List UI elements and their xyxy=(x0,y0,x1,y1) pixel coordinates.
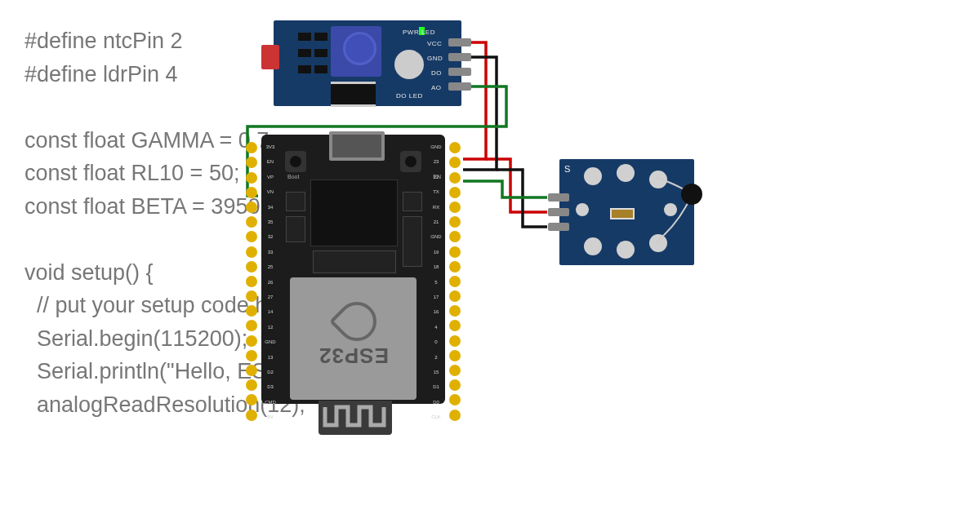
pin-label-D0: D0 xyxy=(427,400,445,405)
gpio-pin-5V[interactable] xyxy=(246,410,257,421)
pin-label-12: 12 xyxy=(261,325,279,330)
gpio-pin-27[interactable] xyxy=(246,290,257,302)
gpio-pin-35[interactable] xyxy=(246,216,257,228)
do-label: DO xyxy=(431,69,442,77)
potentiometer-knob[interactable] xyxy=(343,32,376,65)
pin-label-5V: 5V xyxy=(261,414,279,419)
gpio-pin-14[interactable] xyxy=(246,305,257,317)
gpio-pin-3V3[interactable] xyxy=(246,142,257,153)
pin-label-D2: D2 xyxy=(261,370,279,374)
ntc-pin-vcc[interactable] xyxy=(548,208,569,216)
pin-label-0: 0 xyxy=(427,339,445,344)
do-led-label: DO LED xyxy=(396,92,423,100)
gpio-pin-D2[interactable] xyxy=(246,365,257,376)
pwr-led-label: PWR LED xyxy=(403,29,435,36)
pin-label-GND: GND xyxy=(427,144,445,149)
gpio-pin-34[interactable] xyxy=(246,202,257,213)
gpio-pin-CLK[interactable] xyxy=(449,410,461,421)
gpio-pin-16[interactable] xyxy=(449,305,461,317)
ntc-pin-gnd[interactable] xyxy=(548,223,569,231)
pin-label-TX: TX xyxy=(427,189,445,194)
gpio-pin-EN[interactable] xyxy=(246,157,257,168)
gpio-pin-17[interactable] xyxy=(449,290,461,302)
gpio-pin-5[interactable] xyxy=(449,276,461,287)
gpio-pin-21[interactable] xyxy=(449,216,461,228)
boot-label: Boot xyxy=(287,174,299,179)
ntc-thermistor-module[interactable]: S xyxy=(559,159,694,265)
pin-label-GND: GND xyxy=(261,339,279,344)
pin-label-VP: VP xyxy=(261,175,279,179)
pin-label-D1: D1 xyxy=(427,384,445,389)
en-label: EN xyxy=(433,174,441,179)
pin-label-17: 17 xyxy=(427,295,445,299)
pin-label-18: 18 xyxy=(427,264,445,269)
pin-label-33: 33 xyxy=(261,250,279,255)
esp32-cpu xyxy=(310,179,398,246)
pin-label-CMD: CMD xyxy=(261,400,279,405)
gpio-pin-32[interactable] xyxy=(246,231,257,242)
gpio-pin-D0[interactable] xyxy=(449,394,461,405)
gpio-pin-25[interactable] xyxy=(246,261,257,273)
pin-label-35: 35 xyxy=(261,219,279,224)
gpio-pin-4[interactable] xyxy=(449,320,461,331)
ldr-pin-gnd[interactable] xyxy=(448,53,471,61)
pin-label-2: 2 xyxy=(427,355,445,360)
pin-label-EN: EN xyxy=(261,159,279,164)
pin-label-4: 4 xyxy=(427,325,445,330)
pin-label-21: 21 xyxy=(427,219,445,224)
ntc-pin-s[interactable] xyxy=(548,193,569,202)
boot-button[interactable] xyxy=(285,151,306,172)
pin-label-13: 13 xyxy=(261,355,279,360)
gpio-pin-15[interactable] xyxy=(449,365,461,376)
pin-label-GND: GND xyxy=(427,234,445,239)
pcb-antenna xyxy=(318,401,392,435)
vcc-label: VCC xyxy=(427,40,442,47)
capacitor xyxy=(394,50,424,79)
en-button[interactable] xyxy=(400,151,421,172)
pin-label-19: 19 xyxy=(427,250,445,255)
gpio-pin-18[interactable] xyxy=(449,261,461,273)
gpio-pin-12[interactable] xyxy=(246,320,257,331)
gpio-pin-23[interactable] xyxy=(449,157,461,168)
gpio-pin-13[interactable] xyxy=(246,350,257,361)
pin-label-3V3: 3V3 xyxy=(261,144,279,149)
pin-label-D3: D3 xyxy=(261,384,279,389)
ldr-pin-do[interactable] xyxy=(448,68,471,76)
pin-label-5: 5 xyxy=(427,280,445,285)
gpio-pin-D1[interactable] xyxy=(449,379,461,391)
gpio-pin-0[interactable] xyxy=(449,335,461,347)
gpio-pin-GND[interactable] xyxy=(449,142,461,153)
micro-usb-port[interactable] xyxy=(329,131,385,161)
pin-label-25: 25 xyxy=(261,264,279,269)
gpio-pin-26[interactable] xyxy=(246,276,257,287)
gpio-pin-GND[interactable] xyxy=(449,231,461,242)
photoresistor xyxy=(261,45,279,69)
gpio-pin-2[interactable] xyxy=(449,350,461,361)
ldr-pin-ao[interactable] xyxy=(448,82,471,91)
pin-label-34: 34 xyxy=(261,205,279,210)
wifi-shield xyxy=(290,277,416,400)
gpio-pin-VP[interactable] xyxy=(246,172,257,184)
shield-label: ESP32 xyxy=(318,343,389,368)
gpio-pin-33[interactable] xyxy=(246,246,257,258)
esp32-devkit[interactable]: 3V3ENVPVN343532332526271412GND13D2D3CMD5… xyxy=(241,135,466,436)
gpio-pin-RX[interactable] xyxy=(449,202,461,213)
gpio-pin-GND[interactable] xyxy=(246,335,257,347)
gpio-pin-22[interactable] xyxy=(449,172,461,184)
espressif-logo-icon xyxy=(329,294,385,349)
gpio-pin-CMD[interactable] xyxy=(246,394,257,405)
pin-header-left[interactable]: 3V3ENVPVN343532332526271412GND13D2D3CMD5… xyxy=(243,139,260,408)
gpio-pin-VN[interactable] xyxy=(246,187,257,198)
gpio-pin-TX[interactable] xyxy=(449,187,461,198)
pin-header-right[interactable]: GND2322TXRX21GND19185171640215D1D0CLK xyxy=(447,139,463,408)
pin-label-15: 15 xyxy=(427,370,445,374)
pin-label-CLK: CLK xyxy=(427,414,445,419)
pin-label-23: 23 xyxy=(427,159,445,164)
gpio-pin-19[interactable] xyxy=(449,246,461,258)
pin-label-32: 32 xyxy=(261,234,279,239)
ldr-sensor-module[interactable]: PWR LED DO LED VCC GND DO AO xyxy=(274,20,461,106)
ldr-pin-vcc[interactable] xyxy=(448,38,471,47)
gpio-pin-D3[interactable] xyxy=(246,379,257,391)
pin-label-27: 27 xyxy=(261,295,279,299)
gnd-label: GND xyxy=(427,55,443,62)
